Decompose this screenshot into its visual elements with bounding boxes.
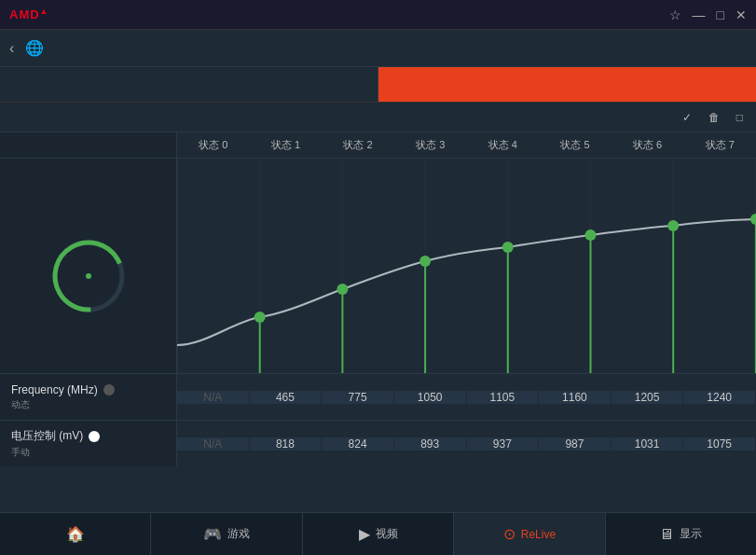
state-header-状态-7: 状态 7: [683, 138, 756, 152]
bottom-nav-item-4[interactable]: 🖥显示: [606, 513, 756, 555]
gpu-column-header: [0, 132, 177, 158]
state-header-状态-1: 状态 1: [250, 138, 323, 152]
param-value-1-2[interactable]: 824: [322, 437, 394, 451]
svg-point-21: [502, 242, 514, 253]
nav-bar: ‹ 🌐: [0, 30, 756, 67]
reset-button[interactable]: □: [736, 111, 747, 124]
bottom-nav-icon-1: 🎮: [203, 525, 222, 543]
wattman-chart: [177, 159, 756, 373]
param-toggle-0[interactable]: [103, 384, 115, 395]
bottom-nav-icon-4: 🖥: [659, 526, 674, 543]
svg-point-24: [750, 214, 756, 225]
param-label-cell-0: Frequency (MHz)动态: [0, 374, 177, 420]
param-value-0-4[interactable]: 1105: [467, 391, 540, 404]
tabs-bar: [0, 67, 756, 103]
main-area: [0, 159, 756, 373]
state-header-状态-2: 状态 2: [322, 138, 394, 152]
chart-container: [177, 159, 756, 373]
left-panel: [0, 159, 177, 401]
bottom-nav-item-1[interactable]: 🎮游戏: [151, 513, 302, 555]
title-bar: AMD▲ ☆ — □ ✕: [0, 0, 756, 30]
param-value-0-2[interactable]: 775: [322, 391, 394, 404]
param-label-cell-1: 电压控制 (mV)手动: [0, 421, 177, 466]
state-header-状态-3: 状态 3: [394, 138, 467, 152]
state-header-状态-5: 状态 5: [539, 138, 612, 152]
state-column-headers: 状态 0状态 1状态 2状态 3状态 4状态 5状态 6状态 7: [177, 138, 756, 152]
svg-point-23: [667, 220, 679, 231]
restore-button[interactable]: □: [717, 7, 724, 22]
close-button[interactable]: ✕: [735, 7, 747, 22]
param-value-1-0: N/A: [177, 437, 250, 451]
toolbar: ✓ 🗑 □: [0, 103, 756, 132]
param-value-1-1[interactable]: 818: [250, 437, 323, 451]
param-value-1-7[interactable]: 1075: [683, 437, 756, 451]
bottom-nav-label-2: 视频: [376, 526, 398, 542]
params-section: Frequency (MHz)动态N/A46577510501105116012…: [0, 373, 756, 466]
bottom-nav-label-4: 显示: [680, 526, 702, 542]
tab-global-graphics[interactable]: [0, 67, 378, 103]
svg-point-2: [86, 273, 91, 279]
svg-point-19: [337, 284, 348, 295]
globe-icon: 🌐: [25, 39, 44, 57]
param-value-1-6[interactable]: 1031: [612, 437, 684, 451]
discard-button[interactable]: 🗑: [708, 111, 723, 124]
param-value-1-4[interactable]: 937: [467, 437, 540, 451]
param-value-0-1[interactable]: 465: [250, 391, 323, 404]
svg-point-20: [419, 256, 431, 267]
param-value-0-5[interactable]: 1160: [539, 391, 612, 404]
bottom-nav-item-0[interactable]: 🏠: [0, 513, 151, 555]
star-button[interactable]: ☆: [669, 7, 681, 22]
state-header-状态-0: 状态 0: [177, 138, 250, 152]
title-bar-left: AMD▲: [9, 7, 61, 21]
bottom-nav: 🏠🎮游戏▶视频⊙ReLive🖥显示: [0, 512, 756, 555]
speed-gauge: [47, 234, 131, 318]
param-value-1-3[interactable]: 893: [394, 437, 467, 451]
state-header-状态-4: 状态 4: [467, 138, 540, 152]
bottom-nav-item-3[interactable]: ⊙ReLive: [454, 513, 605, 555]
amd-logo: AMD▲: [9, 7, 49, 21]
bottom-nav-label-1: 游戏: [227, 526, 250, 542]
bottom-nav-label-3: ReLive: [521, 528, 556, 541]
param-row-1: 电压控制 (mV)手动N/A81882489393798710311075: [0, 420, 756, 466]
param-row-0: Frequency (MHz)动态N/A46577510501105116012…: [0, 373, 756, 420]
column-headers: 状态 0状态 1状态 2状态 3状态 4状态 5状态 6状态 7: [0, 132, 756, 159]
svg-point-22: [585, 229, 597, 241]
minimize-button[interactable]: —: [693, 7, 706, 22]
title-bar-controls: ☆ — □ ✕: [669, 7, 747, 22]
bottom-nav-item-2[interactable]: ▶视频: [303, 513, 454, 555]
param-toggle-1[interactable]: [89, 431, 100, 442]
bottom-nav-icon-3: ⊙: [503, 525, 515, 543]
tab-global-wattman[interactable]: [378, 67, 756, 103]
param-value-0-7[interactable]: 1240: [683, 391, 756, 404]
state-header-状态-6: 状态 6: [612, 138, 684, 152]
param-value-0-6[interactable]: 1205: [612, 391, 684, 404]
bottom-nav-icon-0: 🏠: [66, 525, 85, 543]
back-button[interactable]: ‹: [9, 40, 14, 57]
param-value-0-0: N/A: [177, 391, 250, 404]
toolbar-actions: ✓ 🗑 □: [669, 111, 747, 124]
param-value-1-5[interactable]: 987: [539, 437, 612, 451]
apply-button[interactable]: ✓: [682, 111, 695, 124]
bottom-nav-icon-2: ▶: [359, 525, 370, 543]
param-value-0-3[interactable]: 1050: [394, 391, 467, 404]
svg-point-18: [254, 312, 266, 323]
